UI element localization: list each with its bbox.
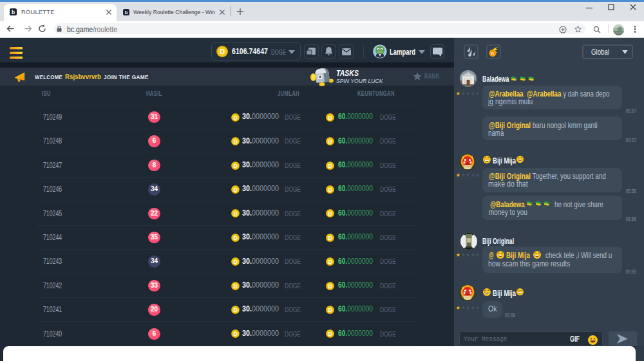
svg-text:D: D — [233, 259, 237, 265]
svg-text:D: D — [328, 138, 332, 145]
svg-text:D: D — [328, 331, 332, 337]
svg-text:D: D — [233, 234, 237, 241]
svg-text:D: D — [233, 138, 237, 145]
svg-text:D: D — [328, 210, 332, 217]
svg-text:b: b — [12, 9, 15, 15]
svg-text:D: D — [233, 187, 237, 193]
svg-text:D: D — [328, 162, 332, 169]
svg-text:D: D — [328, 259, 332, 265]
svg-text:D: D — [233, 331, 237, 337]
svg-text:D: D — [328, 282, 332, 289]
svg-text:D: D — [233, 162, 237, 169]
svg-text:D: D — [233, 282, 237, 289]
svg-text:D: D — [220, 48, 225, 55]
svg-text:D: D — [328, 114, 332, 120]
svg-text:D: D — [233, 114, 237, 120]
svg-text:D: D — [328, 234, 332, 241]
svg-text:D: D — [328, 307, 332, 313]
svg-text:B: B — [491, 50, 495, 56]
svg-text:D: D — [233, 307, 237, 313]
svg-text:D: D — [233, 210, 237, 217]
svg-text:b: b — [125, 10, 128, 15]
svg-text:D: D — [328, 187, 332, 193]
